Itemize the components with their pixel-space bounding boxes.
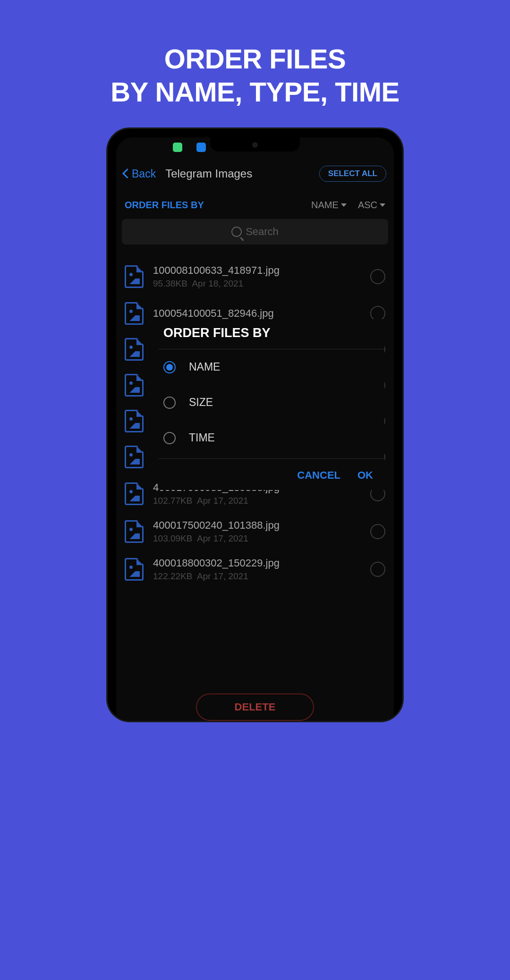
file-checkbox[interactable]: [370, 269, 385, 284]
sort-controls: ORDER FILES BY NAME ASC: [116, 190, 394, 219]
back-button[interactable]: Back: [124, 168, 156, 180]
order-dialog: ORDER FILES BY NAME SIZE TIME CANCEL OK: [159, 319, 384, 490]
file-checkbox[interactable]: [370, 562, 385, 577]
file-meta: 95.38KB Apr 18, 2021: [153, 279, 361, 289]
file-name: 400018800302_150229.jpg: [153, 557, 361, 569]
radio-icon: [163, 361, 176, 373]
status-icon: [196, 143, 206, 152]
image-file-icon: [125, 265, 144, 288]
back-label: Back: [132, 168, 156, 180]
file-checkbox[interactable]: [370, 524, 385, 539]
dialog-option-name[interactable]: NAME: [159, 349, 384, 385]
sort-field-dropdown[interactable]: NAME: [311, 200, 347, 211]
file-name: 100008100633_418971.jpg: [153, 264, 361, 277]
search-input[interactable]: Search: [122, 219, 388, 245]
file-meta: 102.77KB Apr 17, 2021: [153, 496, 361, 506]
sort-direction-dropdown[interactable]: ASC: [358, 200, 385, 211]
phone-frame: Back Telegram Images SELECT ALL ORDER FI…: [106, 127, 404, 722]
app-header: Back Telegram Images SELECT ALL: [116, 157, 394, 190]
radio-icon: [163, 432, 176, 444]
file-meta: 103.09KB Apr 17, 2021: [153, 533, 361, 544]
file-name: 400017500240_101388.jpg: [153, 519, 361, 532]
image-file-icon: [125, 338, 144, 361]
page-title: Telegram Images: [165, 167, 252, 180]
cancel-button[interactable]: CANCEL: [297, 469, 340, 482]
image-file-icon: [125, 374, 144, 397]
dialog-title: ORDER FILES BY: [159, 319, 384, 349]
status-icon: [173, 143, 182, 152]
image-file-icon: [125, 410, 144, 432]
file-meta: 122.22KB Apr 17, 2021: [153, 571, 361, 582]
ok-button[interactable]: OK: [357, 469, 373, 482]
caret-down-icon: [341, 203, 347, 207]
chevron-left-icon: [124, 168, 131, 179]
file-item[interactable]: 400018800302_150229.jpg 122.22KB Apr 17,…: [116, 550, 394, 588]
radio-icon: [163, 397, 176, 409]
promo-title: ORDER FILES BY NAME, TYPE, TIME: [0, 0, 510, 108]
image-file-icon: [125, 520, 144, 543]
search-placeholder: Search: [246, 226, 279, 238]
search-icon: [231, 227, 242, 237]
dialog-option-time[interactable]: TIME: [159, 420, 384, 456]
select-all-button[interactable]: SELECT ALL: [319, 166, 386, 182]
image-file-icon: [125, 482, 144, 505]
delete-button[interactable]: DELETE: [196, 693, 314, 721]
file-item[interactable]: 400017500240_101388.jpg 103.09KB Apr 17,…: [116, 513, 394, 550]
phone-notch: [210, 137, 300, 152]
dialog-option-size[interactable]: SIZE: [159, 385, 384, 420]
order-by-label[interactable]: ORDER FILES BY: [125, 200, 300, 211]
file-item[interactable]: 100008100633_418971.jpg 95.38KB Apr 18, …: [116, 258, 394, 296]
image-file-icon: [125, 302, 144, 325]
image-file-icon: [125, 558, 144, 581]
file-name: 100054100051_82946.jpg: [153, 307, 361, 320]
caret-down-icon: [380, 203, 385, 207]
image-file-icon: [125, 446, 144, 468]
